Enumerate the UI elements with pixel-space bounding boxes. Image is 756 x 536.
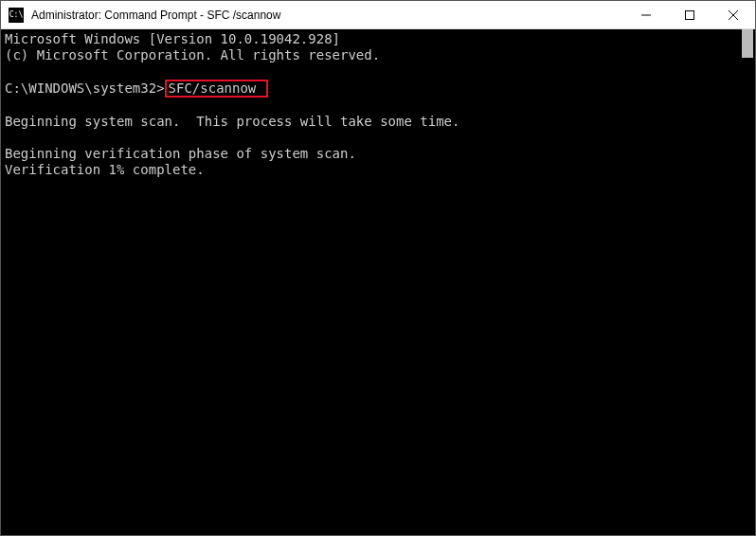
terminal-area: Microsoft Windows [Version 10.0.19042.92…: [1, 29, 755, 535]
output-line: Beginning verification phase of system s…: [5, 146, 356, 161]
prompt-prefix: C:\WINDOWS\system32>: [5, 80, 165, 96]
scrollbar-thumb[interactable]: [742, 29, 753, 58]
svg-rect-1: [686, 10, 694, 19]
cmd-icon: C:\: [9, 8, 24, 23]
command-highlight: SFC/scannow: [165, 80, 268, 98]
output-line: Beginning system scan. This process will…: [5, 114, 459, 129]
terminal-output[interactable]: Microsoft Windows [Version 10.0.19042.92…: [1, 29, 740, 535]
maximize-button[interactable]: [668, 1, 711, 28]
minimize-button[interactable]: [624, 1, 668, 28]
maximize-icon: [685, 10, 694, 20]
window-controls: [624, 1, 755, 28]
output-line: Microsoft Windows [Version 10.0.19042.92…: [5, 31, 340, 46]
output-line: (c) Microsoft Corporation. All rights re…: [5, 47, 380, 63]
scrollbar[interactable]: [740, 29, 755, 535]
close-button[interactable]: [711, 1, 755, 28]
command-prompt-window: C:\ Administrator: Command Prompt - SFC …: [0, 0, 756, 536]
window-title: Administrator: Command Prompt - SFC /sca…: [31, 9, 624, 22]
close-icon: [729, 10, 738, 20]
minimize-icon: [641, 10, 651, 20]
titlebar: C:\ Administrator: Command Prompt - SFC …: [1, 1, 755, 29]
output-line: Verification 1% complete.: [5, 162, 205, 177]
